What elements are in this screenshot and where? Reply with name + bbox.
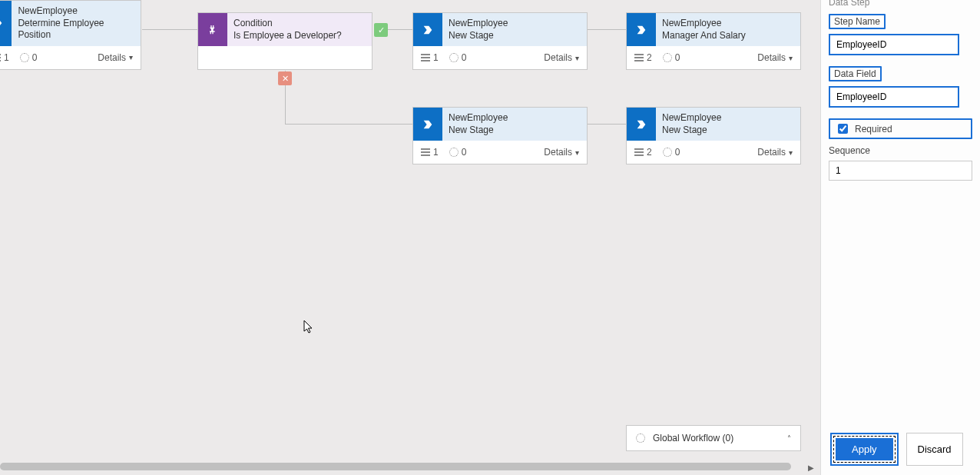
node-name: Determine Employee Position	[18, 18, 134, 42]
stage-node-new-stage-1[interactable]: NewEmployee New Stage 1 0 Details ▾	[412, 12, 588, 70]
chevron-down-icon: ▾	[129, 53, 133, 61]
discard-button[interactable]: Discard	[906, 433, 963, 466]
dotted-circle-icon	[449, 53, 459, 62]
loops-count: 0	[20, 52, 38, 63]
dotted-circle-icon	[663, 53, 672, 62]
steps-count: 1	[0, 52, 9, 63]
list-icon	[634, 54, 644, 61]
loops-count: 0	[663, 52, 680, 63]
list-icon	[421, 54, 430, 61]
node-name: Is Employee a Developer?	[233, 30, 342, 42]
details-toggle[interactable]: Details ▾	[757, 52, 793, 63]
condition-yes-badge: ✓	[374, 23, 388, 37]
list-icon	[421, 148, 430, 156]
required-checkbox[interactable]	[838, 124, 848, 134]
loops-count: 0	[663, 147, 680, 158]
condition-icon	[198, 13, 227, 46]
node-entity: NewEmployee	[18, 5, 134, 18]
details-toggle[interactable]: Details ▾	[98, 52, 133, 63]
global-workflow-label: Global Workflow (0)	[653, 433, 733, 443]
node-name: Manager And Salary	[662, 30, 746, 42]
sequence-input[interactable]	[829, 161, 972, 181]
dotted-circle-icon	[663, 148, 672, 157]
chevron-down-icon: ▾	[789, 54, 793, 62]
stage-node-determine-position[interactable]: NewEmployee Determine Employee Position …	[0, 0, 141, 70]
node-entity: NewEmployee	[662, 18, 746, 30]
sequence-label: Sequence	[829, 145, 972, 156]
steps-count: 1	[421, 52, 439, 63]
node-entity: NewEmployee	[449, 18, 508, 30]
scroll-right-arrow[interactable]: ▶	[808, 463, 814, 472]
details-toggle[interactable]: Details ▾	[544, 147, 579, 158]
condition-no-badge: ✕	[278, 71, 292, 85]
node-entity: Condition	[233, 18, 342, 30]
dotted-circle-icon	[20, 53, 29, 62]
dotted-circle-icon	[636, 433, 645, 443]
stage-node-manager-salary[interactable]: NewEmployee Manager And Salary 2 0 Detai…	[626, 12, 801, 70]
panel-header: Data Step	[829, 0, 972, 8]
stage-icon	[0, 1, 12, 46]
steps-count: 2	[634, 147, 652, 158]
horizontal-scrollbar[interactable]	[0, 463, 791, 470]
stage-icon	[627, 108, 656, 141]
global-workflow-toggle[interactable]: Global Workflow (0) ˄	[626, 425, 801, 451]
loops-count: 0	[449, 52, 467, 63]
connector	[142, 29, 197, 30]
stage-node-new-stage-3[interactable]: NewEmployee New Stage 2 0 Details ▾	[626, 107, 801, 164]
data-field-label: Data Field	[829, 66, 882, 81]
node-name: New Stage	[449, 125, 508, 137]
list-icon	[634, 148, 644, 156]
condition-node[interactable]: Condition Is Employee a Developer?	[197, 12, 372, 70]
list-icon	[0, 54, 1, 61]
stage-icon	[413, 108, 442, 141]
node-name: New Stage	[662, 125, 721, 137]
chevron-down-icon: ▾	[575, 148, 579, 157]
loops-count: 0	[449, 147, 467, 158]
node-name: New Stage	[449, 30, 508, 42]
steps-count: 1	[421, 147, 439, 158]
cursor-icon	[303, 320, 314, 336]
node-entity: NewEmployee	[449, 112, 508, 125]
stage-icon	[627, 13, 656, 46]
details-toggle[interactable]: Details ▾	[544, 52, 579, 63]
workflow-canvas[interactable]: NewEmployee Determine Employee Position …	[0, 0, 820, 475]
stage-node-new-stage-2[interactable]: NewEmployee New Stage 1 0 Details ▾	[412, 107, 588, 164]
apply-button[interactable]: Apply	[836, 438, 893, 460]
details-toggle[interactable]: Details ▾	[757, 147, 793, 158]
steps-count: 2	[634, 52, 652, 63]
data-field-input[interactable]	[829, 86, 959, 108]
chevron-up-icon: ˄	[787, 434, 791, 443]
chevron-down-icon: ▾	[789, 148, 793, 157]
properties-panel: Data Step Step Name Data Field Required …	[820, 0, 980, 475]
step-name-label: Step Name	[829, 14, 886, 29]
step-name-input[interactable]	[829, 34, 959, 55]
required-label: Required	[855, 124, 892, 135]
connector	[285, 124, 412, 125]
chevron-down-icon: ▾	[575, 54, 579, 62]
node-entity: NewEmployee	[662, 112, 721, 125]
connector	[588, 29, 626, 30]
dotted-circle-icon	[449, 148, 459, 157]
stage-icon	[413, 13, 442, 46]
connector	[588, 124, 626, 125]
